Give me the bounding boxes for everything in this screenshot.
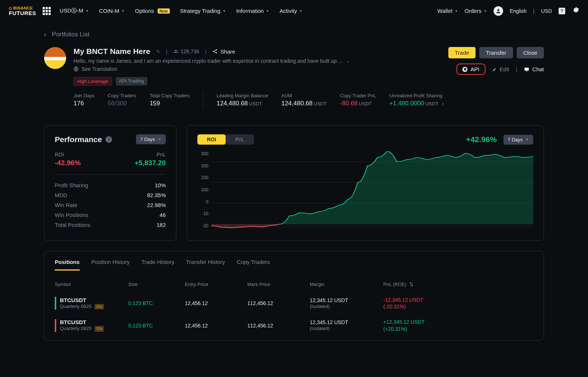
col-header: Symbol: [55, 282, 128, 287]
pencil-edit-icon[interactable]: ✎: [156, 49, 160, 54]
nav-options[interactable]: OptionsNew: [135, 8, 169, 14]
metric-value: 22.98%: [147, 202, 166, 208]
chevron-down-icon: ▼: [484, 9, 487, 13]
tab-transfer-history[interactable]: Transfer History: [186, 259, 225, 271]
chart-main-value: +42.96%: [466, 135, 497, 144]
breadcrumb-back[interactable]: ‹ Portfolios List: [44, 31, 544, 38]
chevron-down-icon: ▼: [86, 9, 89, 13]
nav-currency[interactable]: USD: [541, 8, 552, 14]
separator: |: [166, 48, 168, 54]
col-header[interactable]: PnL (ROE) ⇅: [383, 282, 533, 287]
leverage-badge: 10x: [94, 304, 104, 309]
nav-wallet[interactable]: Wallet▼: [437, 8, 458, 14]
chat-link[interactable]: Chat: [524, 66, 544, 72]
table-row[interactable]: BTCUSDTQuarterly 092510x0.123 BTC12,456.…: [55, 292, 533, 314]
seg-pnl[interactable]: PnL: [226, 134, 254, 145]
top-nav: ◇ BINANCE FUTURES USDⓈ-M▼ COIN-M▼ Option…: [0, 0, 588, 22]
chart-card: ROI PnL +42.96% 7 Days▼ 3003002001000-10…: [187, 125, 544, 241]
metric-label: Profit Sharing: [55, 182, 88, 188]
portfolio-title: My BNCT Name Here: [74, 47, 150, 56]
chart-period-dropdown[interactable]: 7 Days▼: [503, 135, 533, 145]
nav-right: Wallet▼ Orders▼ English | USD ?: [437, 6, 579, 16]
tag-high-leverage: High Leverage: [74, 77, 112, 86]
roi-label: ROI: [55, 152, 81, 157]
edit-link[interactable]: Edit: [492, 66, 509, 72]
settings-gear-icon[interactable]: [572, 6, 579, 15]
chevron-right-icon[interactable]: ›: [442, 100, 444, 106]
performance-metric-row: Total Positions182: [55, 222, 166, 228]
separator: |: [516, 66, 517, 72]
tag-api-trading: API Trading: [116, 77, 147, 86]
tab-copy-traders[interactable]: Copy Traders: [237, 259, 270, 271]
sort-icon: ⇅: [409, 282, 413, 287]
transfer-button[interactable]: Transfer: [479, 47, 513, 58]
performance-metric-row: Win Rate22.98%: [55, 202, 166, 208]
close-button[interactable]: Close: [517, 47, 544, 58]
nav-coinm[interactable]: COIN-M▼: [99, 8, 125, 14]
stat-label: Join Days: [74, 93, 94, 98]
api-button[interactable]: API: [456, 64, 485, 75]
col-header: Size: [128, 282, 185, 287]
performance-title: Performance i: [55, 135, 112, 144]
stat-label: AUM: [281, 93, 326, 98]
stat-value: 159: [150, 100, 190, 107]
table-row[interactable]: BTCUSDTQuarterly 092510x0.123 BTC12,456.…: [55, 314, 533, 336]
tab-positions[interactable]: Positions: [55, 259, 80, 271]
entry-price-cell: 12,456.12: [185, 323, 247, 329]
info-icon[interactable]: i: [105, 136, 112, 143]
user-avatar-icon[interactable]: [494, 6, 503, 16]
nav-orders[interactable]: Orders▼: [465, 8, 487, 14]
metric-value: 82.35%: [147, 192, 166, 198]
see-translation-link[interactable]: See Translation: [74, 66, 441, 72]
col-header: Margin: [310, 282, 383, 287]
seg-roi[interactable]: ROI: [197, 134, 226, 145]
followers-count: 128,736: [173, 48, 200, 54]
symbol: BTCUSDT: [60, 319, 104, 326]
logo[interactable]: ◇ BINANCE FUTURES: [9, 6, 36, 16]
nav-information[interactable]: Information▼: [236, 8, 269, 14]
nav-usdm[interactable]: USDⓈ-M▼: [60, 7, 89, 14]
nav-language[interactable]: English: [510, 8, 527, 14]
apps-grid-icon[interactable]: [43, 7, 51, 15]
stat-value: +1,480.0000USDT›: [389, 100, 444, 107]
side-indicator: [55, 319, 56, 332]
translate-icon: [74, 66, 79, 72]
help-icon[interactable]: ?: [559, 8, 565, 14]
entry-price-cell: 12,456.12: [185, 300, 247, 306]
portfolio-tags: High Leverage API Trading: [74, 77, 441, 86]
tab-position-history[interactable]: Position History: [92, 259, 130, 271]
svg-point-2: [176, 50, 177, 51]
stat-value: 176: [74, 100, 94, 107]
chevron-down-icon: ▼: [223, 9, 226, 13]
tab-trade-history[interactable]: Trade History: [141, 259, 174, 271]
performance-period-dropdown[interactable]: 7 Days▼: [136, 134, 166, 144]
nav-activity[interactable]: Activity▼: [280, 8, 302, 14]
svg-rect-7: [524, 68, 529, 70]
symbol-sub: Quarterly 092510x: [60, 326, 104, 331]
chevron-down-icon[interactable]: ⌄: [347, 59, 350, 64]
pnl-label: PnL: [135, 152, 166, 157]
share-button[interactable]: Share: [212, 48, 235, 55]
side-indicator: [55, 297, 56, 310]
mark-price-cell: 112,456.12: [247, 300, 310, 306]
chat-icon: [524, 66, 530, 72]
stat-value: 56/300: [108, 100, 136, 107]
svg-point-1: [175, 50, 176, 51]
nav-strategy[interactable]: Strategy Trading▼: [180, 8, 226, 14]
api-icon: [462, 67, 467, 72]
performance-metric-row: Profit Sharing10%: [55, 182, 166, 188]
new-badge: New: [158, 8, 170, 14]
stat-label: Unrealized Profit Sharing: [389, 93, 444, 98]
pnl-cell: +12,345.12 USDT(+20.31%): [383, 319, 533, 332]
metric-label: Total Positions: [55, 222, 90, 228]
trade-button[interactable]: Trade: [448, 47, 476, 58]
separator: [203, 93, 203, 109]
col-header: Entry Price: [185, 282, 247, 287]
share-icon: [212, 49, 218, 54]
table-header: SymbolSizeEntry PriceMark PriceMarginPnL…: [55, 282, 533, 287]
stats-row: Join Days176 Copy Traders56/300 Total Co…: [74, 93, 544, 109]
breadcrumb-label: Portfolios List: [52, 31, 89, 38]
stat-value: -80.68USDT: [340, 100, 376, 107]
col-header: Mark Price: [247, 282, 310, 287]
svg-point-0: [497, 9, 499, 11]
